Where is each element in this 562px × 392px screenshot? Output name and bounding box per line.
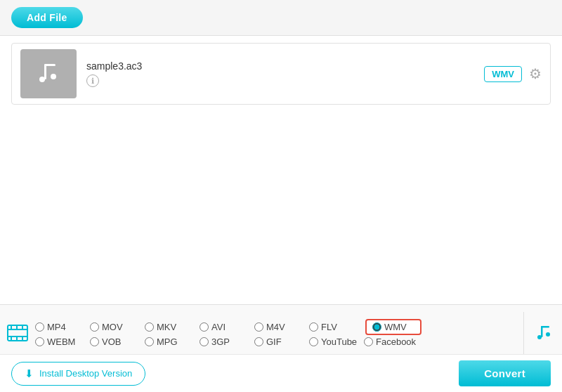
format-label-avi: AVI <box>211 322 226 332</box>
svg-point-16 <box>546 332 550 337</box>
svg-rect-14 <box>541 326 549 328</box>
format-label-gif: GIF <box>266 337 282 347</box>
svg-rect-9 <box>22 325 23 329</box>
format-option-wmv[interactable]: WMV <box>365 319 422 335</box>
format-label-m4v: M4V <box>266 322 285 332</box>
svg-rect-11 <box>16 337 18 341</box>
format-row-1: MP4MOVMKVAVIM4VFLVWMV <box>35 319 521 335</box>
format-label-mp4: MP4 <box>47 322 66 332</box>
format-option-vob[interactable]: VOB <box>90 337 145 347</box>
format-option-facebook[interactable]: Facebook <box>364 337 419 347</box>
divider <box>523 312 524 354</box>
format-badge[interactable]: WMV <box>484 66 522 82</box>
format-option-avi[interactable]: AVI <box>200 322 254 332</box>
format-label-flv: FLV <box>321 322 337 332</box>
format-radio-webm[interactable] <box>35 337 44 346</box>
format-rows-container: MP4MOVMKVAVIM4VFLVWMV WEBMVOBMPG3GPGIFYo… <box>0 312 562 354</box>
download-icon: ⬇ <box>25 367 34 380</box>
format-radio-wmv[interactable] <box>372 322 381 332</box>
svg-rect-12 <box>22 337 23 341</box>
format-label-vob: VOB <box>102 337 121 347</box>
format-option-webm[interactable]: WEBM <box>35 337 90 347</box>
svg-point-2 <box>39 77 45 82</box>
convert-button[interactable]: Convert <box>459 360 551 386</box>
format-label-webm: WEBM <box>47 337 75 347</box>
format-label-mpg: MPG <box>157 337 178 347</box>
format-radio-mkv[interactable] <box>145 322 154 332</box>
info-icon[interactable]: ℹ <box>86 74 99 87</box>
svg-rect-1 <box>44 64 55 66</box>
svg-rect-10 <box>11 337 12 341</box>
format-radio-mov[interactable] <box>90 322 99 332</box>
format-option-gif[interactable]: GIF <box>254 337 309 347</box>
file-list: sample3.ac3 ℹ WMV ⚙ <box>0 36 562 304</box>
format-radio-vob[interactable] <box>90 337 99 346</box>
format-label-wmv: WMV <box>384 322 407 332</box>
svg-rect-6 <box>8 336 27 337</box>
install-label: Install Desktop Version <box>39 368 132 379</box>
format-label-youtube: YouTube <box>321 337 357 347</box>
format-radio-youtube[interactable] <box>309 337 318 346</box>
format-row-2: WEBMVOBMPG3GPGIFYouTubeFacebook <box>35 337 521 347</box>
format-radio-mpg[interactable] <box>145 337 154 346</box>
music-note-icon <box>36 60 61 88</box>
format-radio-avi[interactable] <box>200 322 209 332</box>
format-radio-flv[interactable] <box>309 322 318 332</box>
format-option-mpg[interactable]: MPG <box>145 337 200 347</box>
svg-point-15 <box>537 335 542 339</box>
add-file-button[interactable]: Add File <box>11 7 83 28</box>
top-bar: Add File <box>0 0 562 36</box>
format-option-m4v[interactable]: M4V <box>254 322 309 332</box>
svg-rect-0 <box>44 64 46 79</box>
format-label-3gp: 3GP <box>211 337 230 347</box>
audio-tab[interactable] <box>527 323 562 343</box>
music-tab-icon <box>535 323 554 343</box>
video-tab[interactable] <box>0 322 35 344</box>
svg-rect-7 <box>11 325 12 329</box>
install-button[interactable]: ⬇ Install Desktop Version <box>11 362 145 386</box>
bottom-actions: ⬇ Install Desktop Version Convert <box>0 354 562 392</box>
file-info: sample3.ac3 ℹ <box>86 60 484 87</box>
format-label-mov: MOV <box>102 322 123 332</box>
format-radio-m4v[interactable] <box>254 322 263 332</box>
format-label-facebook: Facebook <box>376 337 416 347</box>
format-option-flv[interactable]: FLV <box>309 322 364 332</box>
svg-rect-8 <box>16 325 18 329</box>
bottom-panel: MP4MOVMKVAVIM4VFLVWMV WEBMVOBMPG3GPGIFYo… <box>0 304 562 392</box>
format-radio-facebook[interactable] <box>364 337 373 346</box>
format-option-mov[interactable]: MOV <box>90 322 145 332</box>
settings-icon[interactable]: ⚙ <box>529 65 542 82</box>
format-option-mkv[interactable]: MKV <box>145 322 200 332</box>
format-option-mp4[interactable]: MP4 <box>35 322 90 332</box>
file-thumbnail <box>20 49 77 98</box>
film-icon <box>6 322 29 344</box>
format-label-mkv: MKV <box>157 322 176 332</box>
format-radio-mp4[interactable] <box>35 322 44 332</box>
file-actions: WMV ⚙ <box>484 65 542 82</box>
file-name: sample3.ac3 <box>86 60 484 72</box>
svg-point-3 <box>51 74 56 79</box>
format-option-3gp[interactable]: 3GP <box>200 337 254 347</box>
svg-rect-5 <box>8 329 27 330</box>
format-radio-3gp[interactable] <box>200 337 209 346</box>
format-columns: MP4MOVMKVAVIM4VFLVWMV WEBMVOBMPG3GPGIFYo… <box>35 319 521 347</box>
format-option-youtube[interactable]: YouTube <box>309 337 364 347</box>
file-item: sample3.ac3 ℹ WMV ⚙ <box>11 43 551 105</box>
format-radio-gif[interactable] <box>254 337 263 346</box>
